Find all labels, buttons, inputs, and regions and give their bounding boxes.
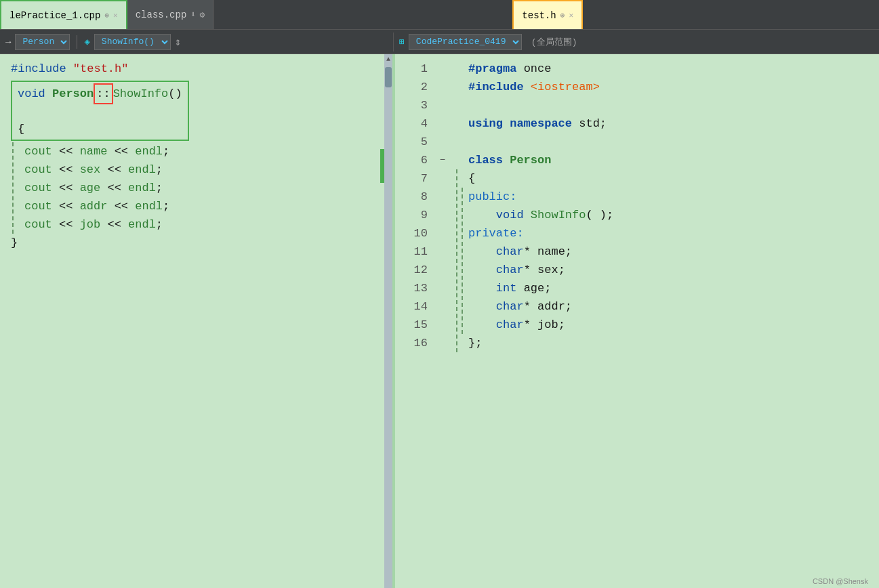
- scroll-arrow-up[interactable]: ▲: [384, 54, 392, 64]
- once-word: once: [524, 62, 552, 75]
- code-line-3: cout << age << endl;: [24, 179, 392, 197]
- right-line-1: #pragma once: [468, 60, 879, 78]
- line-num-2: 2: [395, 78, 428, 96]
- function-signature: void Person::ShowInfo(): [18, 83, 182, 102]
- right-line-3: [468, 96, 879, 114]
- sync-icon[interactable]: ⇕: [175, 35, 182, 49]
- code-line-4: cout << addr << endl;: [24, 197, 392, 215]
- right-line-11: char* name;: [468, 243, 879, 261]
- void-keyword-r: void: [496, 209, 531, 222]
- right-line-12: char* sex;: [468, 261, 879, 279]
- breadcrumb-arrow-icon: →: [5, 37, 11, 47]
- scroll-thumb[interactable]: [385, 67, 392, 87]
- scope-operator-box: ::: [94, 83, 113, 104]
- line-num-11: 11: [395, 243, 428, 261]
- include-keyword-r: #include: [468, 81, 531, 93]
- right-line-15: char* job;: [468, 316, 879, 334]
- char-keyword-4: char: [496, 318, 524, 331]
- scope-select-left[interactable]: Person: [15, 34, 70, 50]
- gutter-4: [436, 114, 449, 133]
- char-keyword-3: char: [496, 300, 524, 313]
- method-select-left[interactable]: ShowInfo(): [94, 34, 171, 50]
- right-line-14: char* addr;: [468, 297, 879, 316]
- right-panel: 1 2 3 4 5 6 7 8 9 10 11 12 13 14 15 16: [395, 54, 879, 588]
- gutter-3: [436, 96, 449, 114]
- class-keyword: class: [468, 154, 510, 167]
- gutter-9: [436, 206, 449, 224]
- line-num-12: 12: [395, 261, 428, 279]
- gutter-5: [436, 133, 449, 151]
- main-area: ▲ #include "test.h" void Person::ShowInf…: [0, 54, 879, 588]
- right-line-13: int age;: [468, 279, 879, 297]
- gutter-6[interactable]: −: [436, 151, 449, 169]
- line-num-9: 9: [395, 206, 428, 224]
- char-keyword-2: char: [496, 264, 524, 276]
- tab-settings-icon[interactable]: ⚙: [200, 9, 205, 20]
- line-num-10: 10: [395, 224, 428, 243]
- iostream-path: <iostream>: [531, 81, 600, 93]
- name-var: name: [80, 145, 108, 158]
- global-scope-label: (全局范围): [531, 36, 577, 48]
- toolbar: → Person ◈ ShowInfo() ⇕ ⊞ CodePractice_0…: [0, 30, 879, 54]
- right-line-16: };: [468, 334, 879, 352]
- tab-bar: lePractice_1.cpp ⊕ ✕ class.cpp ⬇ ⚙ test.…: [0, 0, 879, 30]
- class-indent-line: [456, 169, 457, 352]
- tab-left-cpp1[interactable]: lePractice_1.cpp ⊕ ✕: [0, 0, 127, 29]
- right-code: #pragma once #include <iostream> using n…: [463, 54, 879, 588]
- code-line-2: cout << sex << endl;: [24, 161, 392, 179]
- right-line-6: class Person: [468, 151, 879, 169]
- using-keyword: using namespace: [468, 117, 579, 130]
- function-highlight-box: void Person::ShowInfo() {: [11, 81, 189, 141]
- parens: (): [168, 87, 182, 100]
- scope-select-right[interactable]: CodePractice_0419: [409, 34, 522, 50]
- person-classname: Person: [510, 154, 551, 167]
- right-line-4: using namespace std;: [468, 114, 879, 133]
- toolbar-right: ⊞ CodePractice_0419 (全局范围): [394, 34, 879, 50]
- tab-right-test-h[interactable]: test.h ⊕ ✕: [512, 0, 583, 29]
- tab-left-class-cpp[interactable]: class.cpp ⬇ ⚙: [127, 0, 214, 29]
- tab-close-icon[interactable]: ✕: [113, 11, 118, 20]
- left-scrollbar[interactable]: ▲: [384, 54, 392, 588]
- right-line-5: [468, 133, 879, 151]
- right-panel-wrapper: 1 2 3 4 5 6 7 8 9 10 11 12 13 14 15 16: [393, 54, 879, 588]
- public-keyword: public:: [468, 190, 516, 203]
- char-keyword-1: char: [496, 245, 524, 258]
- tab-label: test.h: [522, 10, 556, 21]
- toolbar-left: → Person ◈ ShowInfo() ⇕: [0, 34, 393, 50]
- gutter-8: [436, 188, 449, 206]
- tab-label: class.cpp: [136, 9, 187, 20]
- showinfo-method: ShowInfo: [531, 209, 586, 222]
- include-path: "test.h": [73, 62, 129, 75]
- toolbar-divider-1: [77, 35, 77, 49]
- line-numbers: 1 2 3 4 5 6 7 8 9 10 11 12 13 14 15 16: [395, 54, 436, 588]
- std-word: std;: [579, 117, 607, 130]
- tab-pin-icon: ⊕: [104, 11, 109, 20]
- pragma-keyword: #pragma: [468, 62, 524, 75]
- right-gutter: −: [436, 54, 449, 588]
- include-line: #include "test.h": [11, 60, 392, 78]
- right-line-9: void ShowInfo( );: [468, 206, 879, 224]
- close-brace-line: }: [11, 234, 392, 252]
- right-line-8: public:: [468, 188, 879, 206]
- function-body: cout << name << endl; cout << sex << end…: [12, 142, 392, 234]
- line-num-8: 8: [395, 188, 428, 206]
- method-icon: ◈: [84, 36, 89, 47]
- right-line-2: #include <iostream>: [468, 78, 879, 96]
- code-line-1: cout << name << endl;: [24, 142, 392, 161]
- open-brace-line: {: [18, 120, 182, 138]
- line-num-6: 6: [395, 151, 428, 169]
- indent-gutter: [449, 54, 463, 588]
- void-keyword: void: [18, 87, 52, 100]
- right-line-7: {: [468, 169, 879, 188]
- int-keyword: int: [496, 282, 524, 295]
- gutter-1: [436, 60, 449, 78]
- tab-dropdown-icon[interactable]: ⬇: [190, 9, 195, 20]
- class-icon: ⊞: [399, 37, 405, 47]
- endl-1: endl: [135, 145, 163, 158]
- line-num-4: 4: [395, 114, 428, 133]
- code-line-5: cout << job << endl;: [24, 215, 392, 234]
- left-code-area: #include "test.h" void Person::ShowInfo(…: [0, 54, 392, 257]
- private-keyword: private:: [468, 227, 524, 240]
- tab-close-icon[interactable]: ✕: [569, 11, 573, 20]
- left-panel: ▲ #include "test.h" void Person::ShowInf…: [0, 54, 393, 588]
